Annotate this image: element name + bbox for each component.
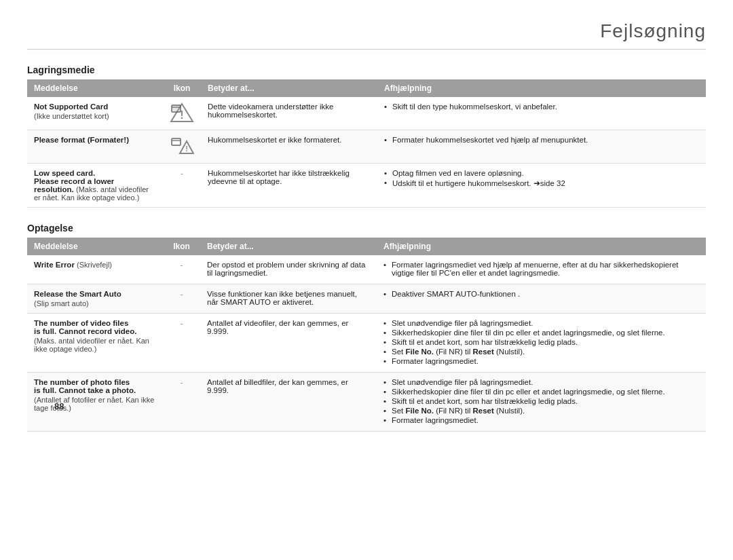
warning-icon-2: ! (170, 149, 194, 157)
means-cell: Dette videokamera understøtter ikke huko… (201, 97, 377, 130)
list-item: Slet unødvendige filer på lagringsmediet… (383, 378, 699, 386)
page-title: Fejlsøgning (27, 20, 706, 50)
icon-cell: - (163, 164, 201, 208)
table-row: Not Supported Card (Ikke understøttet ko… (27, 97, 706, 130)
means-cell: Hukommelseskortet er ikke formateret. (201, 130, 377, 164)
col-header-message-1: Meddelelse (27, 79, 163, 97)
list-item: Optag filmen ved en lavere opløsning. (384, 169, 699, 177)
msg-note: (Skrivefejl) (77, 261, 112, 269)
icon-cell: ! (163, 130, 201, 164)
section-title-lagringsmedie: Lagringsmedie (27, 64, 706, 75)
list-item: Skift til et andet kort, som har tilstræ… (383, 338, 699, 346)
section-title-optagelse: Optagelse (27, 223, 706, 234)
means-cell: Der opstod et problem under skrivning af… (200, 255, 377, 284)
table-row: Write Error (Skrivefejl) - Der opstod et… (27, 255, 706, 284)
col-header-means-2: Betyder at... (200, 238, 377, 255)
help-cell: Formater hukommelseskortet ved hjælp af … (377, 130, 706, 164)
icon-cell: - (163, 284, 200, 314)
help-cell: Slet unødvendige filer på lagringsmediet… (377, 314, 706, 373)
icon-cell: - (163, 373, 200, 432)
help-cell: Formater lagringsmediet ved hjælp af men… (377, 255, 706, 284)
icon-cell: ! (163, 97, 201, 130)
col-header-means-1: Betyder at... (201, 79, 377, 97)
page-number: 88 (54, 401, 64, 411)
means-cell: Visse funktioner kan ikke betjenes manue… (200, 284, 377, 314)
col-header-icon-2: Ikon (163, 238, 200, 255)
table-row: Release the Smart Auto (Slip smart auto)… (27, 284, 706, 314)
table-row: The number of photo files is full. Canno… (27, 373, 706, 432)
icon-cell: - (163, 255, 200, 284)
list-item: Set File No. (Fil NR) til Reset (Nulstil… (383, 407, 699, 415)
msg-bold: Please format (Formater!) (34, 136, 129, 144)
dash-icon: - (181, 319, 183, 327)
list-item: Formater lagringsmediet. (383, 416, 699, 424)
msg-bold: Low speed card. Please record a lower re… (34, 169, 156, 202)
dash-icon: - (181, 169, 183, 177)
list-item: Skift til den type hukommelseskort, vi a… (384, 102, 699, 111)
section-optagelse: Optagelse Meddelelse Ikon Betyder at... … (27, 223, 706, 432)
optagelse-table: Meddelelse Ikon Betyder at... Afhjælpnin… (27, 238, 706, 432)
col-header-message-2: Meddelelse (27, 238, 163, 255)
list-item: Formater hukommelseskortet ved hjælp af … (384, 136, 699, 144)
warning-icon: ! (170, 116, 194, 124)
means-cell: Hukommelseskortet har ikke tilstrækkelig… (201, 164, 377, 208)
list-item: Sikkerhedskopier dine filer til din pc e… (383, 388, 699, 396)
col-header-icon-1: Ikon (163, 79, 201, 97)
means-cell: Antallet af billedfiler, der kan gemmes,… (200, 373, 377, 432)
section-lagringsmedie: Lagringsmedie Meddelelse Ikon Betyder at… (27, 64, 706, 208)
list-item: Set File No. (Fil NR) til Reset (Nulstil… (383, 348, 699, 356)
list-item: Formater lagringsmediet. (383, 357, 699, 365)
msg-bold: Not Supported Card (34, 102, 108, 111)
help-cell: Slet unødvendige filer på lagringsmediet… (377, 373, 706, 432)
dash-icon: - (181, 378, 183, 386)
msg-bold: The number of video files is full. Canno… (34, 319, 156, 353)
table-row: The number of video files is full. Canno… (27, 314, 706, 373)
svg-rect-5 (172, 138, 181, 145)
table-row: Low speed card. Please record a lower re… (27, 164, 706, 208)
list-item: Formater lagringsmediet ved hjælp af men… (383, 261, 699, 277)
table-row: Please format (Formater!) ! Hukomm (27, 130, 706, 164)
help-cell: Deaktiver SMART AUTO-funktionen . (377, 284, 706, 314)
help-cell: Optag filmen ved en lavere opløsning. Ud… (377, 164, 706, 208)
col-header-help-1: Afhjælpning (377, 79, 706, 97)
lagringsmedie-table: Meddelelse Ikon Betyder at... Afhjælpnin… (27, 79, 706, 208)
dash-icon: - (181, 290, 183, 298)
msg-bold: Write Error (34, 261, 75, 269)
list-item: Deaktiver SMART AUTO-funktionen . (383, 290, 699, 298)
list-item: Skift til et andet kort, som har tilstræ… (383, 397, 699, 405)
list-item: Sikkerhedskopier dine filer til din pc e… (383, 329, 699, 337)
list-item: Slet unødvendige filer på lagringsmediet… (383, 319, 699, 327)
msg-note: (Ikke understøttet kort) (34, 112, 156, 120)
help-cell: Skift til den type hukommelseskort, vi a… (377, 97, 706, 130)
icon-cell: - (163, 314, 200, 373)
list-item: Udskift til et hurtigere hukommelseskort… (384, 179, 699, 188)
svg-text:!: ! (185, 145, 188, 153)
col-header-help-2: Afhjælpning (377, 238, 706, 255)
msg-bold: The number of photo files is full. Canno… (34, 378, 156, 412)
dash-icon: - (181, 261, 183, 269)
means-cell: Antallet af videofiler, der kan gemmes, … (200, 314, 377, 373)
msg-bold: Release the Smart Auto (Slip smart auto) (34, 290, 156, 307)
